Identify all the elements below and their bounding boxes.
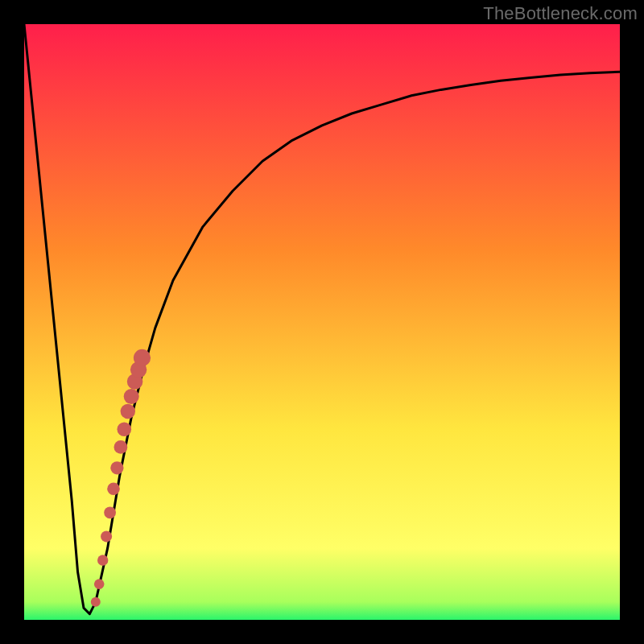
highlight-marker: [110, 461, 123, 474]
highlight-marker: [114, 440, 128, 454]
highlight-marker: [97, 555, 108, 565]
highlight-marker: [104, 506, 116, 518]
chart-frame: [24, 24, 620, 620]
highlight-marker: [134, 349, 151, 366]
gradient-background: [24, 24, 620, 620]
highlight-marker: [107, 482, 120, 495]
highlight-marker: [91, 597, 101, 607]
highlight-marker: [101, 530, 112, 542]
highlight-marker: [124, 389, 139, 404]
bottleneck-chart: [24, 24, 620, 620]
highlight-marker: [121, 404, 135, 419]
highlight-marker: [118, 422, 132, 436]
watermark-text: TheBottleneck.com: [483, 3, 638, 24]
highlight-marker: [94, 579, 105, 589]
